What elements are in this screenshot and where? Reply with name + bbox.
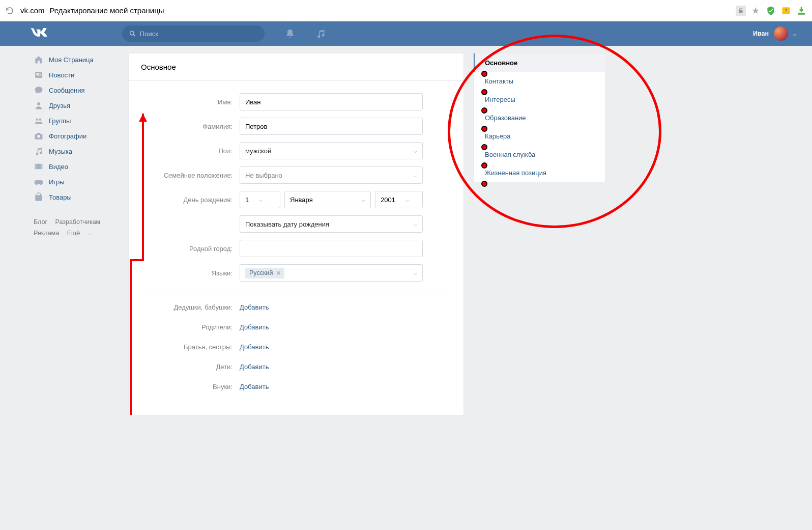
svg-rect-19 [41, 168, 42, 169]
footer-devs[interactable]: Разработчикам [55, 218, 101, 226]
languages-select[interactable]: Русский✕ ⌵ [240, 264, 423, 282]
nav-video[interactable]: Видео [30, 159, 121, 174]
hometown-input[interactable] [245, 245, 417, 253]
label-grandparents: Дедушки, бабушки: [143, 303, 240, 311]
extension-icon[interactable]: 7 [780, 5, 792, 16]
add-grandparents-link[interactable]: Добавить [240, 303, 269, 311]
left-nav: Моя Страница Новости Сообщения Друзья Гр… [30, 46, 121, 415]
add-grandchildren-link[interactable]: Добавить [240, 383, 269, 390]
label-children: Дети: [143, 363, 240, 371]
gender-select[interactable]: мужской⌵ [240, 142, 423, 159]
nav-news[interactable]: Новости [30, 67, 121, 82]
music-icon[interactable] [315, 29, 326, 39]
tab-education[interactable]: Образование [474, 108, 605, 127]
svg-rect-5 [37, 73, 39, 75]
add-siblings-link[interactable]: Добавить [240, 343, 269, 351]
remove-tag-icon[interactable]: ✕ [276, 269, 281, 277]
vk-logo[interactable] [31, 28, 122, 39]
chevron-down-icon: ⌵ [405, 197, 409, 203]
nav-photos[interactable]: Фотографии [30, 128, 121, 144]
chat-icon [34, 85, 44, 95]
label-siblings: Братья, сестры: [143, 343, 240, 351]
tab-main[interactable]: Основное [474, 53, 605, 72]
svg-point-12 [37, 135, 40, 138]
svg-rect-8 [37, 76, 41, 76]
footer-more[interactable]: Ещё ⌵ [67, 230, 97, 237]
tab-interests[interactable]: Интересы [474, 90, 605, 108]
birthday-year-select[interactable]: 2001⌵ [375, 191, 423, 208]
vk-header: Иван ⌵ [0, 21, 812, 46]
birthday-day-select[interactable]: 1⌵ [240, 191, 280, 208]
birthday-month-select[interactable]: Января⌵ [284, 191, 371, 208]
browser-address-bar: vk.com Редактирование моей страницы ★ 7 [0, 0, 812, 21]
label-birthday: День рождения: [143, 196, 240, 204]
bookmark-star-icon[interactable]: ★ [750, 5, 761, 16]
reload-icon[interactable] [5, 6, 14, 15]
last-name-input[interactable] [245, 123, 417, 130]
svg-rect-7 [40, 74, 41, 75]
nav-market[interactable]: Товары [30, 189, 121, 205]
label-languages: Языки: [143, 269, 240, 277]
svg-text:7: 7 [785, 8, 788, 13]
show-birthday-select[interactable]: Показывать дату рождения⌵ [240, 215, 423, 233]
footer-blog[interactable]: Блог [34, 218, 47, 226]
news-icon [34, 70, 44, 80]
svg-rect-18 [41, 166, 42, 167]
search-icon [129, 30, 136, 37]
chevron-down-icon: ⌵ [259, 197, 263, 203]
svg-point-9 [37, 102, 40, 105]
bag-icon [34, 192, 44, 202]
tab-life-position[interactable]: Жизненная позиция [474, 163, 605, 182]
svg-rect-2 [798, 13, 804, 14]
footer-ads[interactable]: Реклама [34, 230, 59, 237]
shield-icon[interactable] [765, 5, 776, 16]
chevron-down-icon: ⌵ [88, 231, 91, 236]
nav-friends[interactable]: Друзья [30, 98, 121, 113]
group-icon [34, 116, 44, 126]
form-divider [143, 291, 449, 291]
first-name-input[interactable] [245, 98, 417, 106]
svg-rect-14 [36, 164, 37, 165]
svg-rect-15 [36, 166, 37, 167]
nav-games[interactable]: Игры [30, 174, 121, 189]
url-domain[interactable]: vk.com [20, 6, 45, 15]
nav-groups[interactable]: Группы [30, 113, 121, 128]
chevron-down-icon: ⌵ [414, 270, 417, 276]
chevron-down-icon: ⌵ [414, 221, 417, 228]
browser-extensions: ★ 7 [736, 5, 807, 16]
user-menu[interactable]: Иван ⌵ [753, 26, 797, 41]
home-icon [34, 54, 44, 65]
svg-rect-6 [40, 73, 41, 73]
add-parents-link[interactable]: Добавить [240, 323, 269, 331]
nav-music[interactable]: Музыка [30, 144, 121, 159]
chevron-down-icon: ⌵ [414, 172, 417, 179]
search-input[interactable] [140, 30, 257, 38]
label-marital: Семейное положение: [143, 172, 240, 179]
user-icon [34, 100, 44, 110]
nav-my-page[interactable]: Моя Страница [30, 52, 121, 67]
main-content: Основное Имя: Фамилия: Пол: мужской⌵ Сем… [128, 53, 464, 415]
page-title: Основное [129, 53, 463, 81]
camera-icon [34, 131, 44, 141]
tab-career[interactable]: Карьера [474, 127, 605, 145]
tab-military[interactable]: Военная служба [474, 145, 605, 163]
tab-contacts[interactable]: Контакты [474, 72, 605, 90]
label-parents: Родители: [143, 323, 240, 331]
nav-messages[interactable]: Сообщения [30, 82, 121, 98]
marital-select[interactable]: Не выбрано⌵ [240, 166, 423, 184]
avatar [774, 26, 788, 41]
nav-divider [34, 210, 117, 210]
chevron-down-icon: ⌵ [414, 148, 417, 154]
add-children-link[interactable]: Добавить [240, 363, 269, 371]
label-hometown: Родной город: [143, 245, 240, 253]
notifications-icon[interactable] [285, 29, 295, 39]
svg-point-10 [36, 119, 39, 121]
svg-rect-17 [41, 164, 42, 165]
music-nav-icon [34, 146, 44, 156]
download-icon[interactable] [796, 5, 807, 16]
search-box[interactable] [122, 25, 265, 42]
chevron-down-icon: ⌵ [362, 197, 365, 203]
lock-icon[interactable] [736, 6, 746, 16]
chevron-down-icon: ⌵ [793, 31, 797, 37]
svg-point-3 [130, 31, 134, 35]
